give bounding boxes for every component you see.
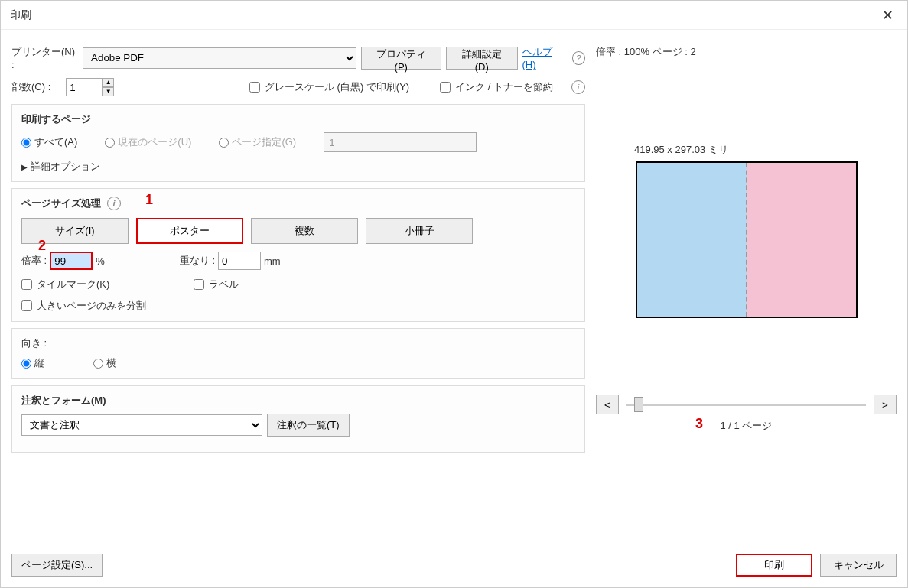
- close-icon[interactable]: ✕: [877, 5, 898, 26]
- cancel-button[interactable]: キャンセル: [820, 554, 897, 577]
- preview-page-right: [747, 163, 856, 317]
- annotation-3: 3: [695, 416, 703, 432]
- preview-page-info: 1 / 1 ページ: [721, 420, 773, 431]
- window-title: 印刷: [10, 8, 31, 22]
- copies-input[interactable]: [66, 78, 103, 96]
- sizing-section-title: ページサイズ処理 i 1: [21, 197, 575, 210]
- more-options-toggle[interactable]: ▶ 詳細オプション: [21, 160, 575, 174]
- multiple-button[interactable]: 複数: [251, 218, 358, 244]
- portrait-radio[interactable]: 縦: [21, 356, 44, 370]
- preview-prev-button[interactable]: <: [596, 395, 619, 414]
- landscape-radio[interactable]: 横: [93, 356, 116, 370]
- print-button[interactable]: 印刷: [736, 554, 812, 577]
- annotation-2: 2: [38, 238, 46, 254]
- copies-down-button[interactable]: ▼: [103, 87, 114, 96]
- split-large-checkbox[interactable]: 大きいページのみを分割: [21, 299, 146, 313]
- grayscale-checkbox[interactable]: グレースケール (白黒) で印刷(Y): [249, 80, 409, 94]
- printer-select[interactable]: Adobe PDF: [83, 47, 356, 69]
- sizing-info-icon[interactable]: i: [107, 197, 121, 210]
- tile-marks-checkbox[interactable]: タイルマーク(K): [21, 278, 109, 291]
- comments-select[interactable]: 文書と注釈: [21, 414, 262, 436]
- save-ink-checkbox[interactable]: インク / トナーを節約: [440, 80, 553, 94]
- scale-label: 倍率 :: [21, 254, 47, 268]
- pages-current-radio[interactable]: 現在のページ(U): [105, 135, 191, 149]
- preview-slider[interactable]: [626, 397, 866, 412]
- preview-dimensions: 419.95 x 297.03 ミリ: [634, 143, 897, 157]
- overlap-label: 重なり :: [180, 254, 215, 268]
- pages-range-radio[interactable]: ページ指定(G): [219, 135, 296, 149]
- overlap-unit: mm: [264, 255, 281, 267]
- preview-scale-info: 倍率 : 100% ページ : 2: [596, 45, 897, 59]
- scale-input[interactable]: [50, 252, 93, 270]
- help-link[interactable]: ヘルプ(H): [522, 45, 565, 70]
- copies-label: 部数(C) :: [11, 80, 50, 94]
- size-button[interactable]: サイズ(I): [21, 218, 129, 244]
- labels-checkbox[interactable]: ラベル: [194, 278, 239, 291]
- page-range-input[interactable]: [324, 132, 477, 152]
- printer-label: プリンター(N) :: [11, 45, 78, 70]
- copies-up-button[interactable]: ▲: [103, 78, 114, 87]
- preview-next-button[interactable]: >: [874, 395, 897, 414]
- pages-section-title: 印刷するページ: [21, 112, 575, 126]
- orientation-label: 向き :: [21, 336, 575, 350]
- booklet-button[interactable]: 小冊子: [366, 218, 473, 244]
- comments-section-title: 注釈とフォーム(M): [21, 394, 575, 408]
- properties-button[interactable]: プロパティ(P): [361, 47, 441, 70]
- advanced-button[interactable]: 詳細設定(D): [446, 47, 518, 70]
- preview-page-left: [637, 163, 747, 317]
- comments-summary-button[interactable]: 注釈の一覧(T): [267, 414, 350, 437]
- overlap-input[interactable]: [218, 252, 261, 270]
- pages-all-radio[interactable]: すべて(A): [21, 135, 77, 149]
- page-setup-button[interactable]: ページ設定(S)...: [11, 554, 103, 577]
- annotation-1: 1: [145, 192, 153, 208]
- poster-button[interactable]: ポスター: [136, 218, 243, 244]
- ink-info-icon[interactable]: i: [571, 80, 585, 94]
- triangle-right-icon: ▶: [21, 163, 28, 171]
- help-info-icon[interactable]: ?: [572, 51, 585, 65]
- preview-box: [636, 161, 858, 318]
- scale-unit: %: [96, 255, 105, 267]
